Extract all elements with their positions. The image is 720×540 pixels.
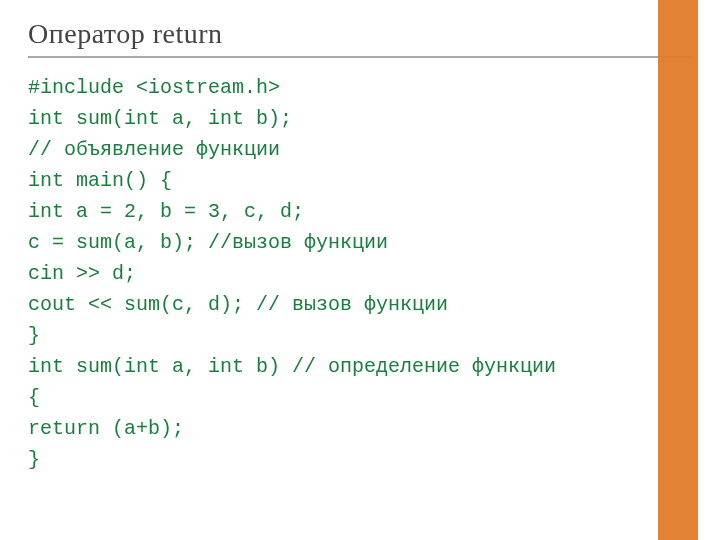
code-line: } bbox=[28, 324, 40, 347]
decorative-side-stripe bbox=[658, 0, 698, 540]
code-block: #include <iostream.h> int sum(int a, int… bbox=[28, 72, 692, 475]
code-line: int main() { bbox=[28, 169, 172, 192]
code-line: return (a+b); bbox=[28, 417, 184, 440]
code-line: { bbox=[28, 386, 40, 409]
code-line: int sum(int a, int b) // определение фун… bbox=[28, 355, 556, 378]
slide-title: Оператор return bbox=[28, 18, 692, 58]
code-line: c = sum(a, b); //вызов функции bbox=[28, 231, 388, 254]
code-line: int sum(int a, int b); bbox=[28, 107, 292, 130]
slide: Оператор return #include <iostream.h> in… bbox=[0, 0, 720, 540]
code-line: // объявление функции bbox=[28, 138, 280, 161]
code-line: cin >> d; bbox=[28, 262, 136, 285]
code-line: cout << sum(c, d); // вызов функции bbox=[28, 293, 448, 316]
code-line: } bbox=[28, 448, 40, 471]
code-line: int a = 2, b = 3, c, d; bbox=[28, 200, 304, 223]
code-line: #include <iostream.h> bbox=[28, 76, 280, 99]
